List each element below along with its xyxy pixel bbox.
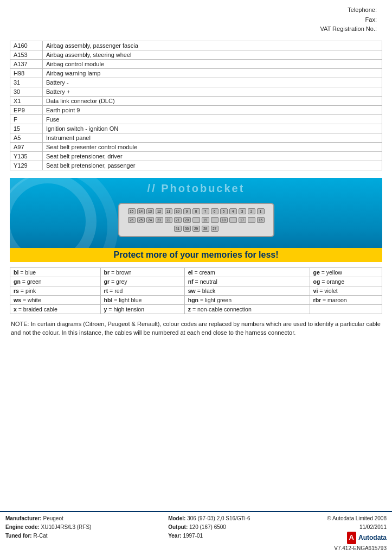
table-row: A160Airbag assembly, passenger fascia xyxy=(10,41,382,50)
color-cell: hgn = light green xyxy=(184,295,310,304)
engine-line: Engine code: XU10J4RS/L3 (RFS) xyxy=(5,523,91,532)
connector-diagram: 151413121110987654321 262524232221201918… xyxy=(118,203,274,237)
connector-pin: 31 xyxy=(174,226,182,232)
connector-pin: 22 xyxy=(165,217,172,223)
component-code: 30 xyxy=(10,87,43,96)
connector-pin: 23 xyxy=(156,217,163,223)
color-cell: rs = pink xyxy=(10,286,101,295)
color-cell: ws = white xyxy=(10,295,101,304)
connector-pin: 1 xyxy=(257,208,265,214)
component-description: Airbag control module xyxy=(43,59,382,68)
color-cell: ge = yellow xyxy=(310,267,382,277)
vat-line: VAT Registration No.: xyxy=(10,24,377,34)
connector-pin xyxy=(192,217,200,223)
table-row: 31Battery - xyxy=(10,78,382,87)
connector-pin: 3 xyxy=(239,208,246,214)
note-label: NOTE: xyxy=(11,321,29,327)
connector-pin: 4 xyxy=(229,208,237,214)
telephone-line: Telephone: xyxy=(10,5,377,15)
connector-pin: 6 xyxy=(211,208,219,214)
year-line: Year: 1997-01 xyxy=(168,532,250,540)
connector-pin: 18 xyxy=(220,217,228,223)
footer-right: © Autodata Limited 2008 11/02/2011 A Aut… xyxy=(327,514,387,553)
connector-pin: 26 xyxy=(128,217,136,223)
copyright: © Autodata Limited 2008 xyxy=(327,514,387,523)
table-row: A5Instrument panel xyxy=(10,133,382,142)
component-description: Earth point 9 xyxy=(43,105,382,114)
table-row: Y129Seat belt pretensioner, passenger xyxy=(10,161,382,170)
table-row: A153Airbag assembly, steering wheel xyxy=(10,50,382,59)
component-code: 15 xyxy=(10,124,43,133)
autodata-text: Autodata xyxy=(358,533,387,543)
color-table: bl = bluebr = brownel = creamge = yellow… xyxy=(10,267,382,314)
connector-pin xyxy=(229,217,237,223)
component-description: Airbag assembly, steering wheel xyxy=(43,50,382,59)
color-cell: z = non-cable connection xyxy=(184,304,310,314)
table-row: H98Airbag warning lamp xyxy=(10,68,382,78)
connector-pin: 16 xyxy=(257,217,265,223)
connector-pin: 15 xyxy=(128,208,136,214)
table-row: FFuse xyxy=(10,114,382,124)
component-code: Y129 xyxy=(10,161,43,170)
note-text: In certain diagrams (Citroen, Peugeot & … xyxy=(11,321,381,336)
color-cell: nf = neutral xyxy=(184,277,310,286)
connector-pin: 11 xyxy=(165,208,172,214)
fax-line: Fax: xyxy=(10,15,377,25)
color-cell: y = high tension xyxy=(100,304,184,314)
connector-pin: 13 xyxy=(146,208,154,214)
component-code: A5 xyxy=(10,133,43,142)
manufacturer-line: Manufacturer: Peugeot xyxy=(5,514,91,523)
color-row: bl = bluebr = brownel = creamge = yellow xyxy=(10,267,382,277)
model-line: Model: 306 (97-03) 2,0 S16/GTi-6 xyxy=(168,514,250,523)
connector-pin: 14 xyxy=(137,208,145,214)
color-cell: vi = violet xyxy=(310,286,382,295)
component-description: Airbag assembly, passenger fascia xyxy=(43,41,382,50)
component-code: Y135 xyxy=(10,151,43,161)
connector-pin: 2 xyxy=(248,208,255,214)
connector-pin xyxy=(248,217,255,223)
connector-row-3: 3130292827 xyxy=(174,226,219,232)
connector-pin: 17 xyxy=(239,217,246,223)
table-row: A137Airbag control module xyxy=(10,59,382,68)
component-description: Seat belt presenter control module xyxy=(43,142,382,151)
ad-banner: // Photobucket 151413121110987654321 262… xyxy=(10,178,382,262)
table-row: Y135Seat belt pretensioner, driver xyxy=(10,151,382,161)
component-description: Seat belt pretensioner, driver xyxy=(43,151,382,161)
footer-middle: Model: 306 (97-03) 2,0 S16/GTi-6 Output:… xyxy=(168,514,250,553)
color-row: gn = greengr = greynf = neutralog = oran… xyxy=(10,277,382,286)
color-cell: gn = green xyxy=(10,277,101,286)
autodata-logo: A Autodata xyxy=(347,532,387,544)
connector-pin: 12 xyxy=(156,208,163,214)
output-line: Output: 120 (167) 6500 xyxy=(168,523,250,532)
connector-pin: 19 xyxy=(202,217,209,223)
components-table: A160Airbag assembly, passenger fasciaA15… xyxy=(10,41,382,170)
color-cell: bl = blue xyxy=(10,267,101,277)
connector-pin: 29 xyxy=(192,226,200,232)
component-code: A160 xyxy=(10,41,43,50)
table-row: EP9Earth point 9 xyxy=(10,105,382,114)
component-description: Fuse xyxy=(43,114,382,124)
connector-pin: 9 xyxy=(183,208,191,214)
color-cell: hbl = light blue xyxy=(100,295,184,304)
component-description: Battery + xyxy=(43,87,382,96)
connector-pin xyxy=(211,217,219,223)
color-row: rs = pinkrt = redsw = blackvi = violet xyxy=(10,286,382,295)
component-description: Data link connector (DLC) xyxy=(43,96,382,105)
ad-inner-content: 151413121110987654321 262524232221201918… xyxy=(118,201,274,239)
color-cell xyxy=(310,304,382,314)
color-row: ws = whitehbl = light bluehgn = light gr… xyxy=(10,295,382,304)
component-code: X1 xyxy=(10,96,43,105)
connector-pin: 21 xyxy=(174,217,182,223)
component-code: EP9 xyxy=(10,105,43,114)
component-description: Airbag warning lamp xyxy=(43,68,382,78)
color-cell: el = cream xyxy=(184,267,310,277)
date: 11/02/2011 xyxy=(359,523,387,532)
note-section: NOTE: In certain diagrams (Citroen, Peug… xyxy=(10,320,382,337)
color-cell: sw = black xyxy=(184,286,310,295)
color-cell: rbr = maroon xyxy=(310,295,382,304)
table-row: X1Data link connector (DLC) xyxy=(10,96,382,105)
connector-pin: 27 xyxy=(211,226,219,232)
color-cell: br = brown xyxy=(100,267,184,277)
table-row: A97Seat belt presenter control module xyxy=(10,142,382,151)
connector-pin: 10 xyxy=(174,208,182,214)
